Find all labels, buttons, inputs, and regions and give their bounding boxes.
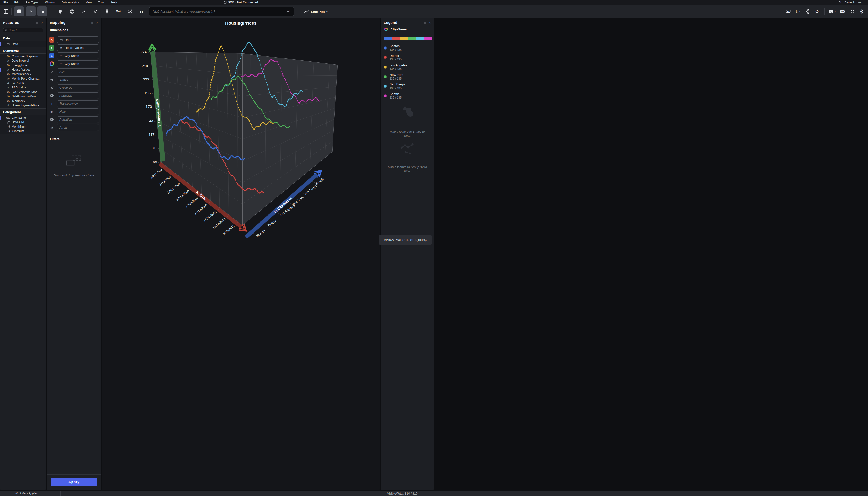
clustering-icon[interactable]	[69, 8, 75, 15]
color-mapping-field[interactable]: ABCCity-Name	[57, 60, 99, 67]
feature-item-std-12months-mon[interactable]: ⚙?Std-12months-Mon...	[0, 90, 46, 94]
group-mapping-field[interactable]: Group By	[57, 84, 99, 91]
features-search-input[interactable]	[8, 29, 42, 32]
shape-mapping-field[interactable]: Shape	[57, 76, 99, 83]
numeric-hash-icon: #	[6, 86, 10, 89]
menu-plot-types[interactable]: Plot Types	[26, 1, 39, 4]
computed-feature-icon: ⚙?	[6, 64, 10, 67]
numeric-hash-icon: #	[6, 59, 10, 62]
feature-item-data-url[interactable]: Data-URL	[0, 120, 46, 124]
feature-item-yearnum[interactable]: #YearNum	[0, 129, 46, 134]
dimension-rows: ✕DateY#House-ValuesZABCCity-NameABCCity-…	[47, 34, 101, 131]
y-axis-chip[interactable]: Y	[49, 45, 54, 50]
menu-view[interactable]: View	[86, 1, 92, 4]
nlq-input[interactable]	[149, 10, 283, 13]
legend-entries: Boston135 / 135Detroit135 / 135Los Angel…	[381, 43, 434, 100]
legend-entry-detroit[interactable]: Detroit135 / 135	[381, 53, 434, 62]
playback-mapping-field[interactable]: Playback	[57, 92, 99, 99]
transparency-mapping-field[interactable]: Transparency	[57, 100, 99, 107]
panel-menu-icon[interactable]: ≡	[91, 21, 93, 25]
menu-file[interactable]: File	[3, 1, 8, 4]
svg-text:Detroit: Detroit	[267, 219, 277, 228]
mapping-panel: Mapping ≡ × Dimensions ✕DateY#House-Valu…	[47, 18, 101, 248]
legend-entry-count: 135 / 135	[390, 87, 405, 90]
plot-panel-toggle[interactable]	[26, 6, 35, 16]
halo-icon: ◉	[49, 110, 54, 113]
pulsation-mapping-field[interactable]: Pulsation	[57, 116, 99, 123]
menu-help[interactable]: Help	[111, 1, 117, 4]
ai-insights-icon[interactable]	[58, 8, 63, 15]
feature-item-label: S&P-Index	[12, 86, 26, 89]
feature-item-label: MaterialsIndex	[12, 73, 31, 76]
feature-item-std-6months-mont[interactable]: ⚙?Std-6months-Mont...	[0, 94, 46, 99]
svg-text:12/15/2005: 12/15/2005	[175, 189, 190, 201]
anomaly-detection-icon[interactable]	[81, 8, 86, 15]
data-table-icon[interactable]	[3, 8, 9, 15]
legend-entry-new-york[interactable]: New York135 / 135	[381, 72, 434, 81]
menu-data-analytics[interactable]: Data Analytics	[62, 1, 79, 4]
panel-close-icon[interactable]: ×	[96, 20, 98, 25]
legend-entry-seattle[interactable]: Seattle135 / 135	[381, 91, 434, 100]
feature-item-month-perc-chang[interactable]: ⚙?Month-Perc-Chang...	[0, 76, 46, 81]
group-by-hint: Map a feature to Group By to view.	[381, 165, 434, 173]
menu-tools[interactable]: Tools	[98, 1, 105, 4]
shield-icon	[224, 1, 227, 4]
halo-mapping-field[interactable]: Halo	[57, 108, 99, 115]
smart-mapping-icon[interactable]	[92, 8, 98, 15]
insight-bulb-icon[interactable]	[104, 8, 110, 15]
toolbar-separator	[11, 8, 12, 15]
feature-item-materialsindex[interactable]: ⚙?MaterialsIndex	[0, 72, 46, 77]
z-axis-chip[interactable]: Z	[49, 53, 54, 59]
feature-item-s-p-index[interactable]: #S&P-Index	[0, 85, 46, 90]
panel-menu-icon[interactable]: ≡	[424, 21, 426, 25]
features-panel-toggle[interactable]	[14, 6, 24, 16]
legend-entry-count: 135 / 135	[390, 96, 401, 99]
features-list: DateDateNumerical⚙?ConsumerStaplesIn...#…	[0, 35, 46, 134]
y-mapping-field[interactable]: #House-Values	[57, 45, 99, 51]
legend-feature-row[interactable]: City-Name	[381, 26, 434, 34]
feature-item-monthnum[interactable]: #MonthNum	[0, 124, 46, 129]
filters-dropzone[interactable]: Drag and drop features here	[47, 143, 101, 177]
categorical-abc-icon: ABC	[6, 117, 10, 119]
chevron-down-icon: ▾	[327, 11, 328, 13]
explainable-ai-icon[interactable]: Xai	[115, 8, 121, 15]
mapping-panel-toggle[interactable]	[37, 6, 47, 16]
legend-entry-boston[interactable]: Boston135 / 135	[381, 43, 434, 53]
panel-menu-icon[interactable]: ≡	[36, 21, 38, 25]
plot-type-dropdown[interactable]: Line Plot ▾	[303, 9, 328, 15]
line-plot-icon	[303, 9, 309, 15]
dimension-row-size: Size	[47, 68, 101, 76]
legend-entry-los-angeles[interactable]: Los Angeles135 / 135	[381, 62, 434, 72]
sigma-stats-icon[interactable]: σ	[139, 8, 144, 15]
nlq-submit-button[interactable]: ↵	[283, 7, 294, 16]
x-axis-chip[interactable]: ✕	[49, 37, 54, 43]
app-window: FileEditPlot TypesWindowData AnalyticsVi…	[0, 0, 434, 248]
computed-feature-icon: ⚙?	[6, 95, 10, 98]
panel-close-icon[interactable]: ×	[41, 20, 43, 25]
feature-item-s-p-20r[interactable]: #S&P-20R	[0, 81, 46, 86]
feature-item-date[interactable]: Date	[0, 42, 46, 46]
plot-3d[interactable]: Y: House-ValuesX: DateZ: City-Name659111…	[102, 18, 380, 242]
feature-item-city-name[interactable]: ABCCity-Name	[0, 115, 46, 120]
panel-close-icon[interactable]: ×	[429, 20, 431, 25]
feature-item-consumerstaplesin[interactable]: ⚙?ConsumerStaplesIn...	[0, 54, 46, 59]
numeric-hash-icon: #	[6, 104, 10, 107]
feature-item-date-interval[interactable]: #Date-Interval	[0, 59, 46, 63]
feature-item-unemployment-rate[interactable]: #Unemployment-Rate	[0, 103, 46, 108]
menu-edit[interactable]: Edit	[15, 1, 19, 4]
x-mapping-field[interactable]: Date	[57, 36, 99, 43]
arrow-mapping-field[interactable]: Arrow	[57, 124, 99, 131]
svg-text:170: 170	[146, 105, 152, 109]
legend-color-dot	[384, 94, 387, 97]
menu-window[interactable]: Window	[45, 1, 55, 4]
legend-entry-san-diego[interactable]: San Diego135 / 135	[381, 81, 434, 91]
network-graph-icon[interactable]	[127, 8, 133, 15]
calendar-icon	[6, 43, 10, 45]
legend-color-dot	[384, 84, 387, 88]
feature-item-techindex[interactable]: ⚙?TechIndex	[0, 99, 46, 104]
feature-item-energyindex[interactable]: ⚙?EnergyIndex	[0, 63, 46, 68]
z-mapping-field[interactable]: ABCCity-Name	[57, 52, 99, 59]
feature-item-house-values[interactable]: #House-Values	[0, 67, 46, 72]
feature-item-label: Date-Interval	[12, 59, 29, 62]
size-mapping-field[interactable]: Size	[57, 68, 99, 75]
